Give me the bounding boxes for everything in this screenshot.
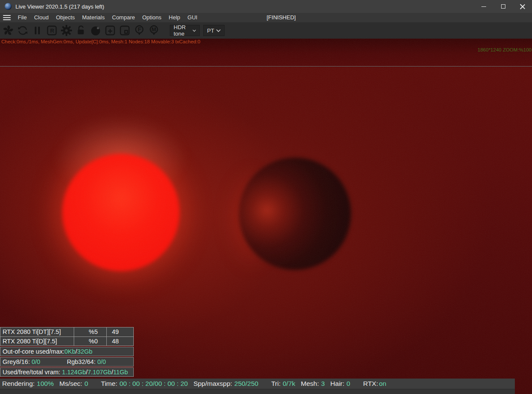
svg-text:R: R bbox=[50, 27, 54, 34]
lock-resolution-icon[interactable] bbox=[74, 22, 88, 39]
vram-total: 11Gb bbox=[113, 369, 128, 376]
gpu-load: %0 bbox=[74, 337, 107, 346]
gpu-device-table: RTX 2080 Ti[DT][7.5] %5 49 RTX 2080 Ti[D… bbox=[0, 327, 134, 346]
status-mesh: Mesh:3 bbox=[301, 380, 325, 387]
pause-render-icon[interactable] bbox=[30, 22, 45, 39]
vram-row: Used/free/total vram: 1.124Gb/7.107Gb/11… bbox=[0, 367, 134, 377]
gpu-row-1: RTX 2080 Ti[D][7.5] %0 48 bbox=[0, 336, 133, 346]
material-ball-icon[interactable] bbox=[88, 22, 103, 39]
status-rtx: RTX:on bbox=[363, 380, 386, 387]
kernel-value: PT bbox=[207, 27, 214, 34]
gpu-row-0: RTX 2080 Ti[DT][7.5] %5 49 bbox=[0, 327, 133, 336]
out-of-core-used: 0Kb bbox=[64, 348, 75, 355]
rendered-sphere-dark bbox=[239, 158, 351, 270]
rgb-tex-value: 0/0 bbox=[97, 358, 106, 365]
restart-render-icon[interactable]: R bbox=[45, 22, 59, 39]
status-spp: Spp/maxspp:250/250 bbox=[193, 380, 258, 387]
render-state-label: [FINISHED] bbox=[267, 13, 296, 22]
live-viewer-window: Live Viewer 2020.1.5 (217 days left) Fil… bbox=[0, 0, 532, 394]
status-time: Time:00 : 00 : 20/00 : 00 : 20 bbox=[101, 380, 188, 387]
maximize-button[interactable] bbox=[493, 0, 513, 13]
menu-cloud[interactable]: Cloud bbox=[30, 13, 52, 22]
window-title: Live Viewer 2020.1.5 (217 days left) bbox=[15, 3, 104, 10]
hdr-tone-value: HDR tone bbox=[174, 24, 192, 37]
refresh-render-icon[interactable] bbox=[15, 22, 30, 39]
gpu-temperature: 48 bbox=[107, 337, 133, 346]
vram-used: 1.124Gb bbox=[62, 369, 86, 376]
status-rendering: Rendering:100% bbox=[2, 380, 54, 387]
rendered-sphere-emissive bbox=[62, 154, 180, 271]
vram-label: Used/free/total vram: bbox=[3, 369, 60, 376]
resolution-zoom-label: 1860*1240 ZOOM:%100 bbox=[478, 47, 532, 52]
render-check-stats: Check:0ms,/1ms, MeshGen:0ms, Update[C]:0… bbox=[1, 39, 200, 44]
close-icon bbox=[520, 4, 525, 9]
gpu-name: RTX 2080 Ti[DT][7.5] bbox=[0, 327, 74, 336]
hdr-tone-dropdown[interactable]: HDR tone bbox=[170, 25, 200, 36]
menu-objects[interactable]: Objects bbox=[52, 13, 78, 22]
kernel-dropdown[interactable]: PT bbox=[203, 25, 225, 36]
render-status-bar: Rendering:100%Ms/sec:0Time:00 : 00 : 20/… bbox=[0, 379, 515, 389]
render-viewport[interactable]: Check:0ms,/1ms, MeshGen:0ms, Update[C]:0… bbox=[0, 39, 532, 394]
status-ms-sec: Ms/sec:0 bbox=[59, 380, 88, 387]
pick-render-region-icon[interactable] bbox=[117, 22, 132, 39]
out-of-core-row: Out-of-core used/max:0Kb/32Gb bbox=[0, 347, 134, 356]
out-of-core-label: Out-of-core used/max: bbox=[3, 348, 64, 355]
menu-compare[interactable]: Compare bbox=[108, 13, 138, 22]
menu-gui[interactable]: GUI bbox=[184, 13, 201, 22]
titlebar: Live Viewer 2020.1.5 (217 days left) bbox=[0, 0, 532, 13]
toolbar: R bbox=[0, 22, 532, 39]
add-render-region-icon[interactable] bbox=[103, 22, 117, 39]
rgb-tex-label: Rgb32/64: bbox=[67, 358, 96, 365]
grey-tex-value: 0/0 bbox=[32, 358, 40, 365]
grey-tex-label: Grey8/16: bbox=[3, 358, 30, 365]
rgb-tex-group: Rgb32/64: 0/0 bbox=[67, 358, 106, 366]
window-controls bbox=[474, 0, 532, 13]
octane-logo-icon[interactable] bbox=[1, 22, 15, 39]
status-hair: Hair:0 bbox=[331, 380, 350, 387]
minimize-button[interactable] bbox=[474, 0, 493, 13]
gpu-name: RTX 2080 Ti[D][7.5] bbox=[0, 337, 74, 346]
menu-materials[interactable]: Materials bbox=[78, 13, 108, 22]
kernel-settings-gear-icon[interactable] bbox=[59, 22, 74, 39]
gpu-load: %5 bbox=[74, 327, 107, 336]
menubar: File Cloud Objects Materials Compare Opt… bbox=[0, 13, 532, 22]
minimize-icon bbox=[481, 6, 486, 7]
menu-help[interactable]: Help bbox=[165, 13, 184, 22]
status-tri: Tri:0/7k bbox=[271, 380, 295, 387]
chevron-down-icon bbox=[216, 29, 221, 32]
hamburger-menu-icon[interactable] bbox=[3, 15, 11, 20]
material-picker-icon[interactable]: M bbox=[147, 22, 161, 39]
menu-file[interactable]: File bbox=[14, 13, 30, 22]
status-bar-lower-strip bbox=[0, 389, 515, 394]
focus-picker-icon[interactable]: F bbox=[132, 22, 147, 39]
maximize-icon bbox=[501, 4, 505, 9]
octane-app-icon bbox=[5, 3, 12, 10]
out-of-core-max: 32Gb bbox=[77, 348, 92, 355]
vram-free: 7.107Gb bbox=[87, 369, 111, 376]
close-button[interactable] bbox=[513, 0, 532, 13]
gpu-stats-panel: RTX 2080 Ti[DT][7.5] %5 49 RTX 2080 Ti[D… bbox=[0, 327, 134, 378]
menu-options[interactable]: Options bbox=[138, 13, 165, 22]
gpu-temperature: 49 bbox=[107, 327, 133, 336]
svg-text:M: M bbox=[152, 26, 156, 33]
chevron-down-icon bbox=[192, 29, 196, 32]
texture-usage-row: Grey8/16: 0/0 Rgb32/64: 0/0 bbox=[0, 357, 134, 367]
svg-text:F: F bbox=[138, 26, 141, 33]
